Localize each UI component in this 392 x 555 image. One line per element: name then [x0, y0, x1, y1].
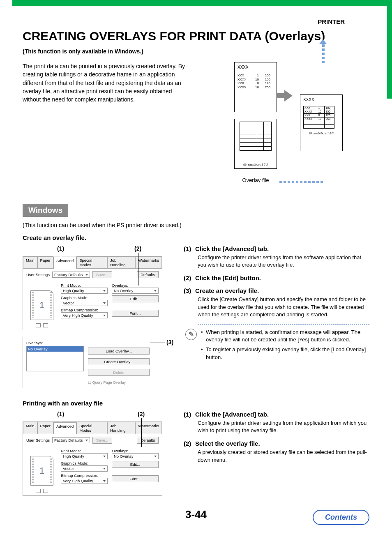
bitmap-select[interactable]: Very High Quality	[61, 478, 108, 484]
overlay-illustration: XXXX XXX1100 XXXX10150 XXX0120 XXXX10250…	[208, 62, 369, 183]
tab-watermarks[interactable]: Watermarks	[135, 422, 162, 434]
save-button[interactable]: Save...	[92, 437, 112, 444]
page-preview-icon: 1	[30, 290, 53, 320]
overlay-panel: Overlays: No Overlay Load Overlay... Cre…	[23, 337, 162, 388]
tab-paper[interactable]: Paper	[37, 256, 53, 268]
printwith-dialog-screenshot: (1) (2) Main Paper Advanced Special Mode…	[23, 411, 171, 496]
dashed-divider	[198, 324, 369, 325]
font-button[interactable]: Font...	[112, 310, 159, 317]
graphics-mode-select[interactable]: Vector	[61, 465, 108, 472]
section-label: PRINTER	[318, 18, 345, 25]
callout-1: (1)	[57, 245, 64, 252]
delete-overlay-button[interactable]: Delete	[88, 369, 150, 376]
note-bullet: To register a previously existing overla…	[201, 346, 369, 361]
callout-2b: (2)	[138, 411, 145, 417]
edit-button[interactable]: Edit...	[112, 295, 159, 302]
tab-special-modes[interactable]: Special Modes	[76, 256, 107, 268]
query-page-overlay-checkbox[interactable]: ☐ Query Page Overlay	[88, 380, 150, 385]
dialog-tabs: Main Paper Advanced Special Modes Job Ha…	[23, 256, 162, 269]
overlay-template-doc: aaabbbccc 1-2-3	[234, 119, 277, 169]
tab-paper[interactable]: Paper	[37, 422, 53, 434]
tab-watermarks[interactable]: Watermarks	[135, 256, 162, 268]
edit-button[interactable]: Edit...	[112, 461, 159, 468]
printwith-heading: Printing with an overlay file	[23, 400, 369, 407]
graphics-mode-select[interactable]: Vector	[61, 300, 108, 306]
load-overlay-button[interactable]: Load Overlay...	[88, 348, 150, 355]
arrow-up-icon	[319, 39, 327, 44]
tab-main[interactable]: Main	[23, 256, 37, 268]
overlay-list[interactable]: No Overlay	[26, 346, 84, 371]
contents-button[interactable]: Contents	[313, 510, 369, 525]
save-button[interactable]: Save...	[92, 271, 112, 278]
callout-1b: (1)	[57, 411, 64, 417]
overlays-select[interactable]: No Overlay	[112, 453, 159, 459]
create-heading: Create an overlay file.	[23, 234, 369, 241]
create-overlay-button[interactable]: Create Overlay...	[88, 358, 150, 365]
tab-job-handling[interactable]: Job Handling	[107, 422, 135, 434]
overlays-select[interactable]: No Overlay	[112, 288, 159, 294]
os-note: (This function can be used when the PS p…	[23, 222, 369, 228]
arrow-right-icon	[284, 90, 293, 101]
defaults-button[interactable]: Defaults	[137, 271, 159, 278]
source-data-doc: XXXX XXX1100 XXXX10150 XXX0120 XXXX10250	[234, 62, 277, 112]
print-mode-select[interactable]: High Quality	[61, 288, 108, 294]
callout-3: (3)	[166, 339, 173, 345]
callout-2: (2)	[134, 245, 141, 252]
user-settings-select[interactable]: Factory Defaults	[52, 437, 90, 443]
os-badge: Windows	[23, 204, 68, 217]
tab-special-modes[interactable]: Special Modes	[76, 422, 107, 434]
user-settings-label: User Settings	[26, 272, 50, 277]
printer-dialog: Main Paper Advanced Special Modes Job Ha…	[23, 256, 162, 330]
note-bullet: When printing is started, a confirmation…	[201, 329, 369, 343]
user-settings-select[interactable]: Factory Defaults	[52, 272, 90, 278]
bitmap-select[interactable]: Very High Quality	[61, 312, 108, 318]
tab-advanced[interactable]: Advanced	[53, 257, 76, 269]
intro-text: The print data can be printed in a previ…	[23, 62, 191, 104]
create-dialog-screenshot: (1) (2) Main Paper Advanced Special Mode…	[23, 245, 171, 388]
overlay-caption: Overlay file	[242, 177, 269, 183]
result-doc: XXXX XXX1100 XXXX10150 XXX0120 XXXX10250…	[300, 94, 343, 151]
tab-job-handling[interactable]: Job Handling	[107, 256, 135, 268]
page-title: CREATING OVERLAYS FOR PRINT DATA (Overla…	[23, 29, 369, 43]
page-preview-icon: 1	[30, 456, 53, 486]
tab-main[interactable]: Main	[23, 422, 37, 434]
font-button[interactable]: Font...	[112, 475, 159, 482]
subtitle: (This function is only available in Wind…	[23, 48, 369, 55]
pencil-note-icon: ✎	[185, 329, 197, 340]
defaults-button[interactable]: Defaults	[137, 437, 159, 444]
tab-advanced[interactable]: Advanced	[53, 422, 76, 434]
print-mode-select[interactable]: High Quality	[61, 453, 108, 459]
